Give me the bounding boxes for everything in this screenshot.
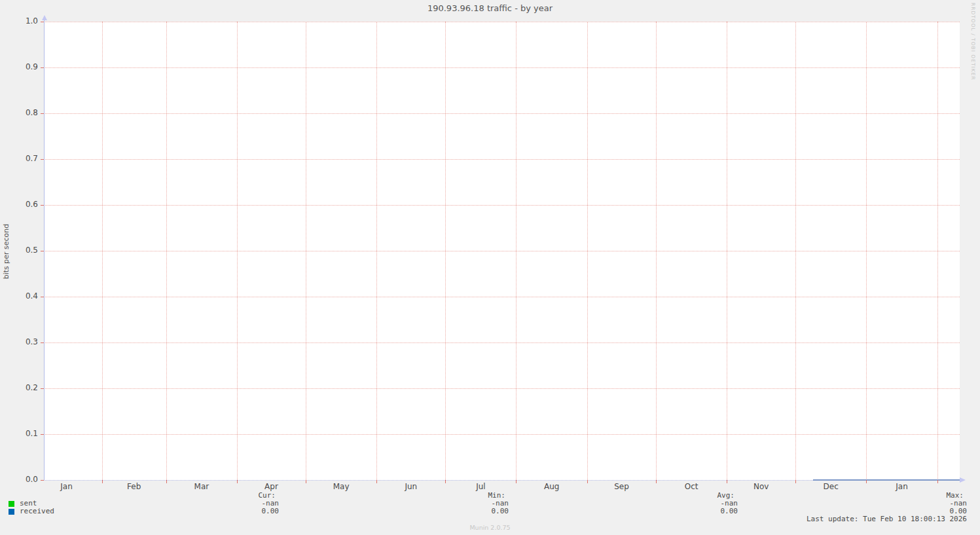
x-tick-mark (306, 480, 306, 483)
x-tick-mark (445, 480, 446, 483)
y-tick-label: 0.1 (0, 429, 41, 438)
x-tick-label: Jul (476, 482, 485, 491)
gridline-v (166, 22, 167, 480)
gridline-v (102, 22, 103, 480)
plot-area (44, 22, 960, 480)
x-tick-label: Jan (896, 482, 908, 491)
y-tick-label: 0.7 (0, 154, 41, 163)
stats-column-cur: Cur: -nan 0.00 (200, 492, 279, 515)
y-tick-label: 0.5 (0, 246, 41, 255)
gridline-h (44, 22, 960, 22)
y-tick-mark (41, 113, 44, 114)
y-tick-mark (41, 205, 44, 206)
x-tick-label: Jun (405, 482, 417, 491)
stats-avg-received: 0.00 (659, 507, 738, 515)
gridline-v (306, 22, 306, 480)
x-tick-mark (727, 480, 727, 483)
gridline-h (44, 113, 960, 114)
y-axis-line (44, 20, 45, 480)
legend-swatch-sent (9, 501, 14, 507)
gridline-h (44, 159, 960, 160)
x-tick-mark (102, 480, 103, 483)
y-tick-label: 1.0 (0, 16, 41, 26)
x-tick-mark (237, 480, 238, 483)
y-axis-arrow-icon (42, 15, 47, 20)
y-tick-mark (41, 297, 44, 297)
y-tick-mark (41, 67, 44, 68)
gridline-h (44, 434, 960, 435)
last-update-text: Last update: Tue Feb 10 18:00:13 2026 (807, 515, 967, 523)
y-tick-label: 0.3 (0, 337, 41, 346)
y-tick-mark (41, 388, 44, 389)
x-tick-label: Nov (753, 482, 769, 491)
gridline-v (937, 22, 938, 480)
stats-column-max: Max: -nan 0.00 (888, 492, 967, 515)
x-tick-label: Aug (544, 482, 559, 491)
x-axis-arrow-icon (960, 477, 966, 483)
stats-min-received: 0.00 (430, 507, 509, 515)
gridline-h (44, 388, 960, 389)
x-tick-mark (587, 480, 588, 483)
x-tick-mark (516, 480, 517, 483)
gridline-h (44, 67, 960, 68)
x-tick-mark (376, 480, 377, 483)
chart-title: 190.93.96.18 traffic - by year (0, 3, 980, 13)
gridline-v (237, 22, 238, 480)
gridline-v (516, 22, 517, 480)
gridline-h (44, 205, 960, 206)
x-tick-mark (866, 480, 867, 483)
gridline-v (866, 22, 867, 480)
y-tick-label: 0.6 (0, 200, 41, 209)
x-tick-label: Mar (194, 482, 209, 491)
x-tick-mark (656, 480, 657, 483)
y-tick-mark (41, 342, 44, 343)
y-tick-mark (41, 480, 44, 481)
graph: 190.93.96.18 traffic - by year RRDTOOL /… (0, 0, 980, 535)
y-tick-mark (41, 22, 44, 22)
x-tick-mark (795, 480, 796, 483)
stats-column-avg: Avg: -nan 0.00 (659, 492, 738, 515)
gridline-h (44, 251, 960, 251)
munin-version-text: Munin 2.0.75 (0, 524, 980, 531)
gridline-v (445, 22, 446, 480)
gridline-v (587, 22, 588, 480)
y-tick-label: 0.9 (0, 62, 41, 71)
y-tick-mark (41, 251, 44, 251)
x-tick-mark (937, 480, 938, 483)
x-tick-label: Dec (824, 482, 839, 491)
gridline-h (44, 297, 960, 297)
x-tick-label: Sep (614, 482, 629, 491)
gridline-v (656, 22, 657, 480)
x-tick-label: Jan (60, 482, 73, 491)
y-tick-mark (41, 434, 44, 435)
y-tick-mark (41, 159, 44, 160)
rrdtool-watermark: RRDTOOL / TOBI OETIKER (970, 3, 976, 81)
legend-swatch-received (9, 509, 14, 515)
stats-cur-received: 0.00 (200, 507, 279, 515)
y-tick-label: 0.0 (0, 475, 41, 484)
stats-column-min: Min: -nan 0.00 (430, 492, 509, 515)
x-tick-label: Oct (685, 482, 699, 491)
y-tick-label: 0.4 (0, 291, 41, 301)
y-tick-label: 0.8 (0, 108, 41, 117)
y-tick-label: 0.2 (0, 383, 41, 392)
x-tick-mark (166, 480, 167, 483)
x-tick-label: Feb (127, 482, 141, 491)
legend-label-received: received (20, 507, 54, 515)
x-tick-label: Apr (264, 482, 278, 491)
gridline-v (376, 22, 377, 480)
gridline-h (44, 342, 960, 343)
gridline-v (795, 22, 796, 480)
x-tick-label: May (333, 482, 350, 491)
gridline-v (727, 22, 727, 480)
